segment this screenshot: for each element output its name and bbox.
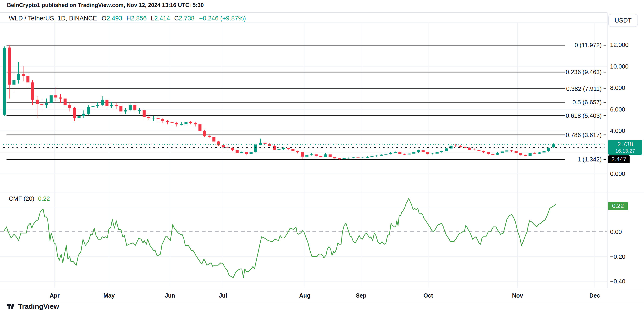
month-label[interactable]: May xyxy=(104,292,115,299)
month-label[interactable]: Aug xyxy=(299,292,310,299)
cmf-tick-label: −0.20 xyxy=(610,253,626,260)
fib-level-label: 0.618 (5.403) xyxy=(566,112,602,119)
candle-body xyxy=(250,152,253,154)
price-tick-label: 12.000 xyxy=(610,41,629,48)
candle-body xyxy=(161,119,164,121)
candle-body xyxy=(529,153,532,156)
candle-body xyxy=(496,153,499,154)
candle-body xyxy=(552,144,555,147)
ohlc-values: O2.493 H2.856 L2.414 C2.738 xyxy=(102,15,194,22)
tradingview-logo-icon[interactable] xyxy=(6,302,15,311)
candle-body xyxy=(217,141,220,145)
candle-body xyxy=(320,156,322,157)
cmf-tick-label: −0.40 xyxy=(610,278,626,285)
candle-body xyxy=(134,105,136,110)
candle-body xyxy=(547,148,550,151)
month-label[interactable]: Sep xyxy=(356,292,366,299)
candle-body xyxy=(68,105,71,108)
candle-body xyxy=(520,153,522,155)
last-price-value: 2.738 xyxy=(617,141,633,148)
candle-body xyxy=(87,107,90,114)
candle-body xyxy=(8,48,11,85)
candle-body xyxy=(366,157,369,158)
candle-body xyxy=(375,156,378,156)
candle-body xyxy=(189,122,192,123)
candle-body xyxy=(482,151,485,152)
ohlc-low-value: 2.414 xyxy=(154,15,170,22)
candle-body xyxy=(426,152,430,154)
candle-body xyxy=(422,150,425,152)
candle-body xyxy=(417,150,420,152)
price-tick-label: 0.000 xyxy=(610,170,625,177)
candle-body xyxy=(501,151,504,153)
month-label[interactable]: Apr xyxy=(50,292,60,299)
candle-body xyxy=(198,124,202,131)
last-price-badge: 2.738 16:13:27 xyxy=(608,140,642,155)
month-label[interactable]: Nov xyxy=(512,292,523,299)
candle-body xyxy=(296,151,299,152)
candle-body xyxy=(338,158,341,159)
candle-body xyxy=(92,106,94,107)
month-label[interactable]: Oct xyxy=(423,292,433,299)
candle-body xyxy=(478,150,480,151)
ohlc-low-label: L xyxy=(151,15,154,22)
candle-body xyxy=(492,154,494,155)
candle-body xyxy=(306,155,308,157)
candle-body xyxy=(412,152,416,154)
ohlc-open-label: O xyxy=(102,15,106,22)
candle-body xyxy=(380,155,383,156)
candle-body xyxy=(101,100,104,105)
month-label[interactable]: Jul xyxy=(219,292,227,299)
candle-body xyxy=(310,154,313,155)
candle-body xyxy=(431,154,434,154)
candle-body xyxy=(129,105,132,110)
candle-body xyxy=(240,152,244,153)
fib-level-label: 0.5 (6.657) xyxy=(572,99,602,106)
indicator-legend-row[interactable]: CMF (20) 0.22 xyxy=(9,195,50,202)
bar-countdown: 16:13:27 xyxy=(615,148,635,154)
candle-body xyxy=(510,151,513,151)
price-tick-label: 8.000 xyxy=(610,84,625,91)
symbol-legend-row[interactable]: WLD / TetherUS, 1D, BINANCE O2.493 H2.85… xyxy=(9,15,246,22)
prev-close-badge: 2.447 xyxy=(608,155,630,163)
candle-body xyxy=(468,148,471,150)
candle-body xyxy=(236,150,239,153)
candle-body xyxy=(384,154,388,155)
tradingview-brand[interactable]: TradingView xyxy=(18,303,59,310)
candle-body xyxy=(203,131,206,136)
candle-body xyxy=(152,118,155,118)
candle-body xyxy=(59,98,62,99)
indicator-value: 0.22 xyxy=(38,195,50,202)
candle-body xyxy=(110,105,113,106)
candle-body xyxy=(487,152,490,154)
indicator-name[interactable]: CMF (20) xyxy=(9,195,34,202)
candle-body xyxy=(329,154,332,157)
candle-body xyxy=(45,103,48,105)
candle-body xyxy=(208,136,211,137)
candle-body xyxy=(73,108,76,118)
candle-body xyxy=(389,153,392,154)
month-label[interactable]: Dec xyxy=(589,292,600,299)
footer: TradingView xyxy=(6,302,59,311)
candle-body xyxy=(157,118,160,119)
currency-unit-button[interactable]: USDT xyxy=(608,14,638,27)
candle-body xyxy=(454,146,457,146)
candle-body xyxy=(17,74,20,80)
candle-body xyxy=(26,76,30,82)
candle-body xyxy=(515,151,518,153)
price-tick-label: 4.000 xyxy=(610,127,625,134)
indicator-value-badge: 0.22 xyxy=(608,202,628,210)
candle-body xyxy=(138,110,141,111)
month-label[interactable]: Jun xyxy=(165,292,175,299)
candle-body xyxy=(120,106,122,111)
candle-body xyxy=(22,74,25,76)
candle-body xyxy=(64,98,67,105)
chart-canvas[interactable]: 0 (11.972)0.236 (9.463)0.382 (7.911)0.5 … xyxy=(0,0,644,315)
candle-body xyxy=(78,116,81,118)
candle-body xyxy=(459,146,462,147)
candle-body xyxy=(115,105,118,106)
candle-body xyxy=(264,143,267,144)
price-tick-label: 6.000 xyxy=(610,106,625,113)
symbol-title[interactable]: WLD / TetherUS, 1D, BINANCE xyxy=(9,15,97,22)
fib-level-label: 0.382 (7.911) xyxy=(566,85,602,92)
